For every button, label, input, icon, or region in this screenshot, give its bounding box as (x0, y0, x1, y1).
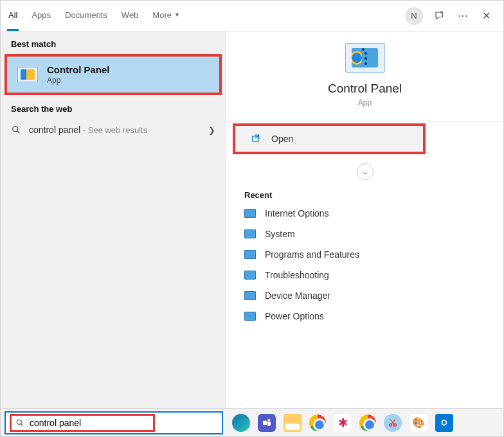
cp-item-icon (244, 291, 256, 300)
recent-item-programs[interactable]: Programs and Features (234, 245, 496, 264)
search-icon (15, 418, 24, 427)
divider (226, 121, 503, 122)
cp-item-icon (244, 312, 256, 321)
preview-subtitle: App (358, 98, 372, 107)
control-panel-icon (17, 67, 38, 82)
feedback-icon[interactable] (433, 10, 446, 22)
open-action[interactable]: Open (233, 123, 426, 154)
taskbar-paint-icon[interactable] (410, 414, 428, 432)
tab-all[interactable]: All (7, 1, 19, 31)
preview-hero: Control Panel App (226, 43, 503, 121)
more-options-icon[interactable]: ⋯ (456, 10, 469, 22)
svg-line-1 (17, 131, 19, 133)
expand-button[interactable]: ⌄ (357, 163, 374, 180)
web-search-result[interactable]: control panel - See web results ❯ (1, 118, 226, 142)
taskbar-teams-icon[interactable] (258, 414, 276, 432)
tab-documents[interactable]: Documents (64, 1, 109, 31)
taskbar-snip-icon[interactable] (384, 414, 402, 432)
taskbar: O (1, 408, 503, 436)
best-match-label: Best match (1, 31, 226, 53)
scope-tabs: All Apps Documents Web More▼ (7, 1, 405, 31)
best-match-title: Control Panel (47, 64, 110, 75)
taskbar-chrome-icon-2[interactable] (359, 415, 376, 431)
svg-rect-2 (253, 136, 258, 141)
results-panel: Best match Control Panel App Search the … (1, 31, 226, 408)
preview-title: Control Panel (328, 82, 402, 96)
recent-item-system[interactable]: System (234, 224, 496, 244)
recent-item-power-options[interactable]: Power Options (234, 307, 496, 326)
taskbar-file-explorer-icon[interactable] (284, 414, 302, 432)
search-icon (11, 125, 21, 135)
tab-web[interactable]: Web (120, 1, 140, 31)
header-actions: N ⋯ ✕ (405, 7, 497, 25)
svg-point-0 (13, 127, 18, 132)
web-result-desc: - See web results (80, 125, 147, 135)
tab-apps[interactable]: Apps (30, 1, 52, 31)
taskbar-outlook-icon[interactable]: O (435, 414, 453, 432)
svg-point-6 (267, 419, 270, 422)
cp-item-icon (244, 229, 256, 238)
preview-panel: Control Panel App Open ⌄ Recent Internet… (226, 31, 503, 408)
search-web-label: Search the web (1, 96, 226, 118)
chevron-right-icon: ❯ (208, 125, 215, 135)
close-button[interactable]: ✕ (480, 7, 493, 24)
recent-item-internet-options[interactable]: Internet Options (234, 204, 496, 223)
tab-more[interactable]: More▼ (151, 1, 181, 31)
taskbar-pinned: O (232, 414, 453, 432)
user-avatar[interactable]: N (405, 7, 423, 25)
cp-item-icon (244, 209, 256, 218)
svg-point-3 (17, 420, 21, 424)
search-input[interactable] (30, 418, 149, 428)
open-label: Open (271, 134, 293, 144)
best-match-subtitle: App (47, 76, 110, 85)
taskbar-edge-icon[interactable] (232, 414, 250, 432)
svg-rect-5 (263, 420, 267, 425)
cp-item-icon (244, 250, 256, 259)
svg-line-4 (21, 424, 23, 425)
recent-item-troubleshooting[interactable]: Troubleshooting (234, 265, 496, 285)
search-header: All Apps Documents Web More▼ N ⋯ ✕ (1, 1, 503, 31)
recent-label: Recent (226, 184, 503, 204)
search-box[interactable] (4, 411, 223, 434)
open-icon (251, 134, 262, 144)
recent-list: Internet Options System Programs and Fea… (226, 204, 503, 332)
recent-item-device-manager[interactable]: Device Manager (234, 286, 496, 305)
web-result-term: control panel (29, 125, 80, 135)
cp-item-icon (244, 271, 256, 280)
control-panel-hero-icon (345, 43, 385, 73)
taskbar-chrome-icon[interactable] (309, 415, 326, 431)
chevron-down-icon: ▼ (174, 12, 180, 18)
best-match-result[interactable]: Control Panel App (4, 54, 222, 95)
taskbar-slack-icon[interactable] (334, 414, 352, 432)
